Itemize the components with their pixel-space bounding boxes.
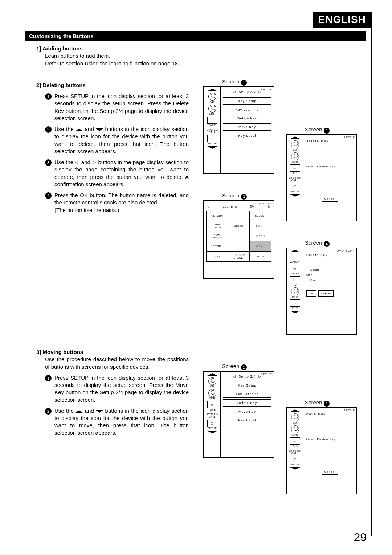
- prompt: Select Device Key: [306, 438, 354, 441]
- move-step-2-text: Use the and buttons in the icon display …: [54, 407, 189, 437]
- setup-icon: ▢: [290, 183, 300, 190]
- corner-label: SETUP: [343, 136, 355, 139]
- adding-text2: Refer to section Using the learning func…: [45, 60, 189, 67]
- tape-icon: ▭: [207, 401, 217, 408]
- screen3-label: Screen 3: [222, 192, 247, 200]
- bullet-2-icon: 2: [45, 126, 52, 133]
- scroll-down-icon: [290, 467, 300, 470]
- up-arrow-icon: [75, 410, 83, 413]
- down-arrow-icon: [96, 128, 103, 131]
- lcd-learning-grid: DVD-SONY ◁ Learning 3/4 ▷ RETURNSELECT S…: [203, 200, 274, 279]
- setup-icon: ▢: [207, 135, 217, 142]
- grid-title: Learning: [222, 205, 237, 208]
- heading-moving: 3] Moving buttons: [36, 348, 189, 356]
- scroll-down-icon: [207, 431, 217, 433]
- side-label: SYSTEM CALL: [204, 128, 220, 134]
- prev-page-icon: ◁: [207, 205, 210, 208]
- tape-icon: ▭: [290, 164, 300, 172]
- delete-step-2-text: Use the and buttons in the icon display …: [54, 126, 189, 155]
- screen2-label: Screen 2: [305, 126, 330, 134]
- tape-icon: ▭: [207, 117, 217, 124]
- down-arrow-icon: [96, 410, 103, 413]
- scroll-down-icon: [290, 194, 300, 197]
- moving-section: 3] Moving buttons Use the procedure desc…: [36, 348, 189, 437]
- vcr-icon: ◦◦: [290, 299, 300, 307]
- screen1-label: Screen 1: [222, 78, 247, 86]
- bullet-3-icon: 3: [45, 159, 52, 166]
- side-label: CD: [204, 101, 220, 103]
- scroll-up-icon: [207, 89, 217, 91]
- title: Move Key: [306, 412, 354, 416]
- scroll-up-icon: [207, 373, 217, 376]
- tuner-icon: ▭: [290, 265, 300, 272]
- move-step-1: 1 Press SETUP in the icon display sectio…: [45, 374, 189, 404]
- menu-item: Key Setup: [223, 97, 271, 105]
- menu-item: Move Key: [223, 123, 271, 131]
- cd-icon: [208, 93, 216, 101]
- language-tab: ENGLISH: [313, 12, 371, 28]
- scroll-down-icon: [207, 146, 217, 149]
- screen1b-label: Screen 1: [222, 363, 247, 370]
- setup-icon: ▢: [207, 420, 217, 427]
- lcd-delete-key-select: SETUP CD CDR ▭TAPE SYSTEM CALL ▢SETUP De…: [286, 134, 357, 221]
- scroll-down-icon: [290, 311, 300, 313]
- side-label: CDR: [204, 113, 220, 115]
- heading-adding: 1] Adding buttons: [36, 45, 189, 52]
- title: Delete Key: [306, 253, 354, 257]
- tv-icon: ▢: [290, 276, 300, 283]
- cdr-icon: [208, 389, 216, 397]
- move-step-2: 2 Use the and buttons in the icon displa…: [45, 407, 189, 437]
- up-arrow-icon: [75, 128, 83, 131]
- delete-step-3-text: Use the ◁ and ▷ buttons in the page disp…: [54, 159, 189, 188]
- cdr-icon: [291, 425, 299, 433]
- scroll-up-icon: [290, 250, 300, 252]
- menu-item: Key Learning: [223, 106, 271, 113]
- bullet-1-icon: 1: [45, 375, 52, 381]
- cd-icon: [208, 377, 216, 385]
- bullet-2-icon: 2: [45, 408, 52, 415]
- section-title-bar: Customizing the Buttons: [25, 31, 366, 41]
- bullet-4-icon: 4: [45, 192, 52, 199]
- move-step-1-text: Press SETUP in the icon display section …: [54, 374, 189, 404]
- cdr-icon: [208, 105, 216, 113]
- cancel-button: Cancel: [322, 196, 338, 202]
- prompt: Select Device Key: [306, 165, 354, 168]
- heading-deleting: 2] Deleting buttons: [36, 82, 189, 89]
- next-page-icon: ▷: [268, 205, 271, 208]
- lcd-delete-confirm: DVD-SONY ▭AVAMP ▭TUNER ▢TV DVD ◦◦VCR Del…: [286, 248, 357, 335]
- delete-step-3: 3 Use the ◁ and ▷ buttons in the page di…: [45, 159, 189, 188]
- dvd-icon: [291, 287, 299, 295]
- corner-label: SETUP: [261, 372, 272, 376]
- bullet-1-icon: 1: [45, 93, 52, 100]
- lcd-move-key-select: SETUP CD CDR ▭TAPE SYSTEM CALL ▢SETUP Mo…: [286, 407, 357, 494]
- moving-intro: Use the procedure described below to mov…: [45, 356, 189, 371]
- screen2b-label: Screen 2: [305, 399, 330, 407]
- title: Delete Key: [306, 139, 354, 143]
- side-label: TAPE: [204, 124, 220, 126]
- tape-icon: ▭: [290, 437, 300, 445]
- delete-step-4: 4 Press the OK button. The button name i…: [45, 192, 189, 214]
- cancel-button: Cancel: [322, 469, 338, 475]
- cd-icon: [291, 413, 299, 421]
- cd-icon: [291, 140, 299, 148]
- screen4-label: Screen 4: [305, 240, 330, 247]
- page-number: 29: [354, 531, 367, 544]
- cdr-icon: [291, 152, 299, 160]
- delete-step-2: 2 Use the and buttons in the icon displa…: [45, 126, 189, 155]
- corner-label: DVD-SONY: [254, 202, 272, 205]
- scroll-up-icon: [290, 409, 300, 412]
- lcd-setup-24-b: SETUP CD CDR ▭TAPE SYSTEM CALL ▢SETUP ◁ …: [203, 371, 274, 458]
- corner-label: SETUP: [261, 88, 272, 91]
- adding-text1: Learn buttons to add them.: [45, 52, 189, 60]
- page-indicator: 3/4: [250, 205, 255, 208]
- menu-item: Key Label: [223, 132, 271, 139]
- corner-label: DVD-SONY: [337, 249, 355, 252]
- delete-step-1-text: Press SETUP in the icon display section …: [54, 93, 189, 122]
- setup-icon: ▢: [290, 456, 300, 463]
- menu-item: Delete Key: [223, 115, 271, 122]
- scroll-up-icon: [290, 136, 300, 139]
- delete-step-4-text: Press the OK button. The button name is …: [54, 192, 189, 214]
- avamp-icon: ▭: [290, 254, 300, 261]
- button-grid: RETURNSELECT SUB TITLEAUDIOANGLE PLAY MO…: [206, 211, 271, 262]
- side-label: SETUP: [204, 142, 220, 145]
